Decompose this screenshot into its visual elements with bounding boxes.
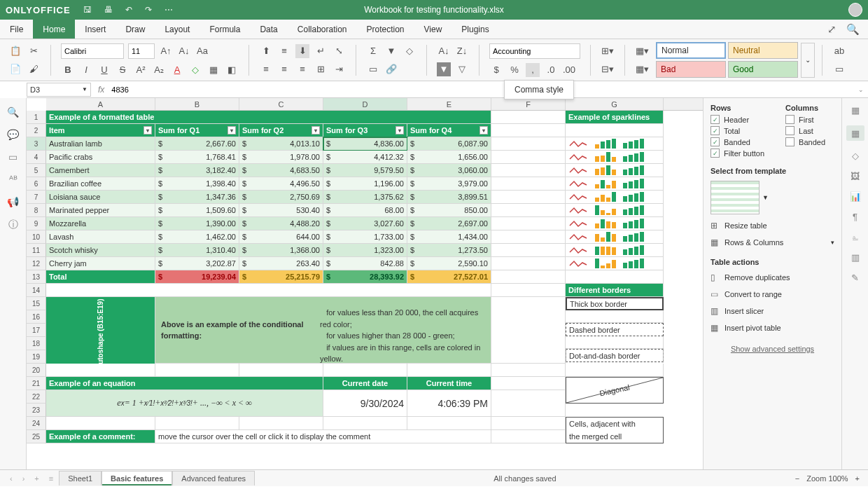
format-painter-icon[interactable]: 🖌: [27, 62, 41, 76]
insert-pivot-link[interactable]: ▦Insert pivot table: [710, 319, 834, 336]
percent-icon[interactable]: %: [507, 63, 522, 77]
row-header-9[interactable]: 9: [27, 217, 46, 230]
decrease-decimal-icon[interactable]: .0: [544, 63, 558, 77]
row-header-12[interactable]: 12: [27, 257, 46, 270]
cell[interactable]: Loisiana sauce: [46, 191, 155, 204]
tab-prev-icon[interactable]: ‹: [6, 474, 17, 483]
cell[interactable]: Total: [46, 270, 155, 284]
align-left-icon[interactable]: ≡: [259, 62, 273, 76]
name-box[interactable]: D3▼: [27, 83, 91, 97]
cell[interactable]: $3,027.60: [323, 217, 407, 230]
increase-font-icon[interactable]: A↑: [159, 44, 173, 58]
cell[interactable]: [491, 417, 566, 430]
cell[interactable]: Camembert: [46, 164, 155, 177]
link-icon[interactable]: 🔗: [384, 62, 398, 76]
find-tool-icon[interactable]: 🔍: [7, 106, 19, 118]
col-header-C[interactable]: C: [239, 98, 323, 110]
menu-draw[interactable]: Draw: [115, 20, 155, 39]
cell[interactable]: Above is an example of the conditional f…: [155, 297, 491, 364]
row-header-13[interactable]: 13: [27, 270, 46, 284]
orientation-icon[interactable]: ⤡: [332, 44, 346, 58]
currency-icon[interactable]: $: [489, 63, 503, 77]
row-header-14[interactable]: 14: [27, 284, 46, 297]
cell[interactable]: [566, 230, 664, 244]
cell[interactable]: [566, 364, 664, 377]
cell[interactable]: $1,310.40: [155, 244, 239, 257]
cell[interactable]: Lavash: [46, 230, 155, 244]
cell[interactable]: $3,979.00: [407, 177, 491, 191]
style-good[interactable]: Good: [728, 61, 798, 78]
cell[interactable]: $28,393.92: [323, 270, 407, 284]
cell[interactable]: $4,013.10: [239, 137, 323, 151]
wrap-text-icon[interactable]: ↵: [314, 44, 328, 58]
cell[interactable]: [239, 364, 323, 377]
open-location-icon[interactable]: ⤢: [827, 23, 836, 36]
zoom-in-icon[interactable]: +: [855, 474, 860, 483]
row-header-24[interactable]: 24: [27, 417, 46, 430]
cell[interactable]: $1,434.00: [407, 230, 491, 244]
cell[interactable]: Sum for Q2▾: [239, 124, 323, 137]
row-header-21[interactable]: 21: [27, 377, 46, 390]
cell[interactable]: Marinated pepper: [46, 204, 155, 217]
col-header-D[interactable]: D: [323, 98, 407, 110]
sort-asc-icon[interactable]: A↓: [437, 44, 451, 58]
cell[interactable]: [407, 417, 491, 430]
cell[interactable]: $850.00: [407, 204, 491, 217]
cell[interactable]: [491, 364, 566, 377]
styles-more-icon[interactable]: ⌄: [801, 43, 815, 78]
slicer-settings-icon[interactable]: ▥: [851, 252, 860, 263]
resize-table-link[interactable]: ⊞Resize table: [710, 217, 834, 234]
cell[interactable]: [566, 124, 664, 137]
cell[interactable]: $1,375.62: [323, 191, 407, 204]
chat-tool-icon[interactable]: ▭: [8, 151, 18, 163]
row-header-19[interactable]: 19: [27, 350, 46, 364]
number-format-select[interactable]: [489, 43, 580, 59]
menu-plugins[interactable]: Plugins: [451, 20, 498, 39]
cell[interactable]: [323, 364, 407, 377]
named-range-icon[interactable]: ▭: [366, 62, 380, 76]
cell[interactable]: $263.40: [239, 257, 323, 270]
cell[interactable]: Example of an autoshape (B15:E19) and ve…: [46, 297, 155, 364]
formula-input[interactable]: [108, 83, 858, 97]
cell[interactable]: $1,273.50: [407, 244, 491, 257]
cell[interactable]: [491, 151, 566, 164]
delete-cells-icon[interactable]: ⊟▾: [601, 62, 615, 76]
menu-layout[interactable]: Layout: [155, 20, 200, 39]
font-family-select[interactable]: [61, 43, 124, 59]
row-header-6[interactable]: 6: [27, 177, 46, 191]
style-bad[interactable]: Bad: [656, 61, 726, 78]
about-tool-icon[interactable]: ⓘ: [8, 219, 18, 231]
cell[interactable]: $19,239.04: [155, 270, 239, 284]
undo-icon[interactable]: ↶: [125, 5, 132, 15]
sheet-list-icon[interactable]: ≡: [45, 474, 57, 483]
cell[interactable]: Brazilian coffee: [46, 177, 155, 191]
cell[interactable]: [46, 284, 491, 297]
row-header-2[interactable]: 2: [27, 124, 46, 137]
sort-desc-icon[interactable]: Z↓: [455, 44, 469, 58]
cell[interactable]: [566, 191, 664, 204]
cell[interactable]: $1,768.41: [155, 151, 239, 164]
cell[interactable]: $644.00: [239, 230, 323, 244]
cell[interactable]: [491, 217, 566, 230]
cell[interactable]: [491, 270, 566, 284]
cell[interactable]: $9,579.50: [323, 164, 407, 177]
cell[interactable]: [491, 164, 566, 177]
cell[interactable]: $4,683.50: [239, 164, 323, 177]
cell[interactable]: [491, 204, 566, 217]
cell[interactable]: [491, 284, 566, 297]
strike-icon[interactable]: S: [115, 63, 130, 77]
template-more-icon[interactable]: ▼: [762, 194, 769, 201]
cell[interactable]: Example of a formatted table: [46, 111, 491, 124]
row-header-5[interactable]: 5: [27, 164, 46, 177]
remove-dup-link[interactable]: ▯Remove duplicates: [710, 269, 834, 286]
image-settings-icon[interactable]: 🖼: [850, 171, 860, 181]
filter-checkbox[interactable]: [710, 149, 720, 158]
cell[interactable]: $3,202.87: [155, 257, 239, 270]
menu-home[interactable]: Home: [33, 20, 75, 39]
cell[interactable]: $1,196.00: [323, 177, 407, 191]
template-preview[interactable]: [710, 181, 760, 214]
cell[interactable]: Current time: [407, 377, 491, 390]
row-header-8[interactable]: 8: [27, 204, 46, 217]
cell[interactable]: $3,060.00: [407, 164, 491, 177]
cell[interactable]: $4,412.32: [323, 151, 407, 164]
